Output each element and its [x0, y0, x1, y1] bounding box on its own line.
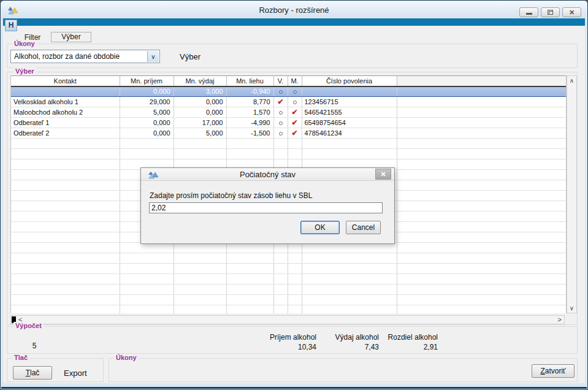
title-bar[interactable]: Rozbory - rozšírené ✕ — [1, 1, 587, 18]
cell-v — [273, 97, 288, 107]
chevron-down-icon[interactable]: ∨ — [147, 51, 159, 62]
circle-icon — [279, 90, 283, 94]
table-row-empty — [11, 305, 567, 314]
vyber-action-label: Výber — [180, 52, 200, 61]
table-row-selected[interactable]: 0,000 3,000 -0,940 — [11, 86, 567, 97]
stat-label: Rozdiel alkohol — [386, 333, 438, 342]
circle-icon — [279, 121, 283, 125]
ukony-group-label: Úkony — [12, 40, 37, 47]
task-dropdown-value: Alkohol, rozbor za dané obdobie — [14, 52, 120, 61]
restore-icon — [548, 10, 553, 15]
scroll-up-icon[interactable]: ∧ — [567, 77, 576, 84]
cell-v — [273, 128, 288, 139]
vypocet-group-label: Výpočet — [13, 322, 44, 329]
stat-value: 10,34 — [264, 343, 316, 351]
cell-m — [288, 107, 302, 118]
stat-label: Príjem alkohol — [264, 333, 316, 342]
ukony-bottom-groupbox: Úkony — [109, 358, 578, 382]
close-button[interactable]: ✕ — [562, 7, 581, 17]
scroll-down-icon[interactable]: ∨ — [567, 305, 576, 312]
cell-kontakt: Maloobchod alkoholu 2 — [11, 107, 120, 118]
cell-vydaj: 0,000 — [174, 97, 226, 107]
ukony-bottom-group-label: Úkony — [114, 354, 139, 361]
column-header-liehu[interactable]: Mn. liehu — [226, 76, 273, 86]
window-frame-right — [585, 18, 587, 389]
column-header-kontakt[interactable]: Kontakt — [11, 76, 120, 86]
column-header-v[interactable]: V. — [273, 76, 288, 86]
cell-prijem: 0,000 — [120, 118, 174, 128]
task-dropdown[interactable]: Alkohol, rozbor za dané obdobie ∨ — [10, 50, 160, 63]
ok-button[interactable]: OK — [300, 221, 340, 234]
circle-icon — [293, 90, 297, 94]
scroll-right-icon[interactable]: > — [558, 316, 562, 324]
horizontal-scrollbar[interactable]: < > — [10, 315, 565, 324]
column-header-filler — [397, 76, 567, 86]
initial-stock-input[interactable] — [149, 202, 383, 213]
window-frame-bottom — [1, 383, 587, 389]
stat-rozdiel-alkohol: Rozdiel alkohol 2,91 — [386, 333, 438, 351]
cancel-button[interactable]: Cancel — [346, 221, 381, 234]
vyber-group-label: Výber — [13, 67, 36, 75]
app-window: Rozbory - rozšírené ✕ H Filter Výber Úko… — [0, 0, 588, 390]
column-header-m[interactable]: M. — [288, 76, 302, 86]
cell-v — [273, 118, 288, 128]
dialog-title: Počiatočný stav — [141, 170, 394, 179]
cell-cislo: 4785461234 — [302, 128, 397, 139]
stat-prijem-alkohol: Príjem alkohol 10,34 — [264, 333, 316, 351]
cell-kontakt: Velkosklad alkoholu 1 — [11, 97, 120, 107]
stat-label: Výdaj alkohol — [333, 333, 379, 342]
check-icon — [291, 118, 297, 127]
cell-prijem: 29,000 — [120, 97, 174, 107]
tlac-group-label: Tlač — [12, 354, 29, 361]
cell-cislo — [302, 86, 397, 97]
close-window-button[interactable]: Zatvoriť — [532, 364, 575, 378]
table-row[interactable]: Velkosklad alkoholu 1 29,000 0,000 8,770… — [11, 97, 567, 107]
h-button[interactable]: H — [5, 20, 17, 31]
pociatocny-stav-dialog: Počiatočný stav ✕ Zadajte prosím počiato… — [140, 167, 395, 244]
cell-m — [288, 86, 302, 97]
accent-bar — [2, 18, 586, 26]
stat-vydaj-alkohol: Výdaj alkohol 7,43 — [333, 333, 379, 351]
cell-prijem: 0,000 — [120, 128, 174, 139]
cell-kontakt: Odberateľ 1 — [11, 118, 120, 128]
cell-prijem: 0,000 — [120, 86, 174, 97]
circle-icon — [279, 132, 283, 136]
table-row[interactable]: Odberateľ 2 0,000 5,000 -1,500 478546123… — [11, 128, 567, 139]
column-header-prijem[interactable]: Mn. príjem — [120, 76, 174, 86]
cell-liehu: -1,500 — [226, 128, 273, 139]
dialog-close-icon[interactable]: ✕ — [375, 169, 391, 180]
table-row[interactable]: Maloobchod alkoholu 2 5,000 0,000 1,570 … — [11, 107, 567, 118]
circle-icon — [279, 111, 283, 115]
dialog-title-bar[interactable]: Počiatočný stav ✕ — [141, 168, 394, 181]
minimize-button[interactable] — [519, 7, 538, 17]
circle-icon — [293, 101, 297, 104]
table-row-empty — [11, 295, 567, 305]
check-icon — [277, 98, 283, 106]
table-row[interactable]: Odberateľ 1 0,000 17,000 -4,990 65498754… — [11, 118, 567, 128]
check-icon — [291, 108, 297, 117]
record-count: 5 — [25, 342, 44, 350]
table-row-empty — [11, 253, 567, 264]
restore-button[interactable] — [541, 7, 560, 17]
cell-prijem: 5,000 — [120, 107, 174, 118]
vertical-scrollbar[interactable]: ∧ ∨ — [567, 75, 577, 313]
table-row-empty — [11, 264, 567, 274]
column-header-cislo[interactable]: Číslo povolenia — [302, 76, 397, 86]
print-button[interactable]: Tlač — [13, 366, 52, 380]
check-icon — [291, 129, 297, 137]
cell-vydaj: 17,000 — [174, 118, 226, 128]
stat-value: 2,91 — [386, 343, 438, 351]
window-title: Rozbory - rozšírené — [1, 6, 587, 15]
cell-kontakt — [11, 86, 120, 97]
minimize-icon — [526, 13, 532, 15]
tab-vyber[interactable]: Výber — [51, 32, 91, 42]
column-header-vydaj[interactable]: Mn. výdaj — [174, 76, 226, 86]
cell-liehu: -4,990 — [226, 118, 273, 128]
dialog-message: Zadajte prosím počiatočný stav zásob lie… — [150, 191, 312, 200]
close-icon: ✕ — [569, 9, 575, 16]
cell-cislo: 123456715 — [302, 97, 397, 107]
cell-liehu: 1,570 — [226, 107, 273, 118]
cell-m — [288, 128, 302, 139]
export-button[interactable]: Export — [64, 369, 87, 378]
cell-m — [288, 97, 302, 107]
